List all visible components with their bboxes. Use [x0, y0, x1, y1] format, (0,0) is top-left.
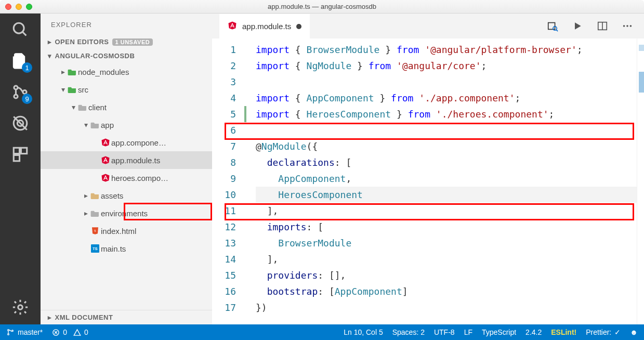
- file-icon: [100, 155, 111, 165]
- source-control-icon[interactable]: 9: [9, 81, 31, 103]
- svg-rect-15: [548, 23, 555, 30]
- tab-app-module[interactable]: app.module.ts: [219, 14, 310, 38]
- settings-gear-icon[interactable]: [9, 296, 31, 318]
- activity-bar: 1 9: [0, 14, 41, 324]
- file-icon: TS: [89, 244, 101, 253]
- file-icon: [100, 138, 111, 147]
- eol[interactable]: LF: [464, 328, 472, 336]
- tree-file[interactable]: app.module.ts: [41, 151, 212, 169]
- git-branch[interactable]: master*: [6, 328, 43, 336]
- svg-point-20: [623, 25, 625, 27]
- cursor-position[interactable]: Ln 10, Col 5: [344, 328, 383, 336]
- svg-point-23: [8, 330, 9, 331]
- svg-point-25: [12, 330, 14, 332]
- svg-text:TS: TS: [93, 246, 97, 251]
- svg-point-0: [14, 23, 24, 33]
- file-icon: [100, 173, 111, 182]
- file-icon: [89, 192, 101, 199]
- scm-badge: 9: [22, 94, 32, 104]
- tree-item-label: index.html: [101, 227, 136, 236]
- tree-folder[interactable]: ▸node_modules: [41, 63, 212, 81]
- file-icon: [67, 86, 78, 93]
- file-icon: 5: [89, 227, 101, 235]
- problems-errors[interactable]: 0 0: [52, 328, 88, 336]
- editor-tabs: app.module.ts: [212, 14, 644, 38]
- prettier-status[interactable]: Prettier:✓: [586, 328, 621, 336]
- tree-item-label: node_modules: [78, 68, 129, 76]
- explorer-badge: 1: [22, 62, 32, 73]
- file-icon: [77, 103, 88, 111]
- svg-point-24: [8, 334, 9, 335]
- window-titlebar: app.module.ts — angular-cosmosdb: [0, 0, 644, 14]
- file-icon: [89, 121, 101, 128]
- tree-file[interactable]: app.compone…: [41, 134, 212, 151]
- chevron-right-icon: ▸: [48, 313, 52, 321]
- unsaved-badge: 1 UNSAVED: [112, 38, 153, 46]
- dirty-indicator: [296, 24, 301, 29]
- file-icon: [67, 68, 78, 75]
- file-icon: [89, 210, 101, 217]
- split-editor-icon[interactable]: [595, 19, 610, 33]
- tree-item-label: app.module.ts: [111, 156, 160, 165]
- tree-item-label: client: [88, 103, 107, 112]
- window-title: app.module.ts — angular-cosmosdb: [0, 3, 644, 10]
- tree-item-label: environments: [101, 209, 148, 218]
- tree-file[interactable]: 5index.html: [41, 222, 212, 240]
- ts-version[interactable]: 2.4.2: [525, 328, 542, 336]
- more-actions-icon[interactable]: [620, 19, 635, 33]
- explorer-sidebar: EXPLORER ▸ OPEN EDITORS 1 UNSAVED ▾ ANGU…: [41, 14, 212, 324]
- indentation[interactable]: Spaces: 2: [392, 328, 425, 336]
- code-content[interactable]: import { BrowserModule } from '@angular/…: [244, 38, 637, 324]
- tree-folder[interactable]: ▾src: [41, 81, 212, 98]
- file-tree: ▸node_modules▾src▾client▾appapp.compone……: [41, 63, 212, 310]
- debug-icon[interactable]: [9, 112, 31, 134]
- explorer-icon[interactable]: 1: [9, 50, 31, 72]
- xml-document-header[interactable]: ▸ XML DOCUMENT: [41, 310, 212, 324]
- tree-item-label: app.compone…: [111, 138, 166, 147]
- extensions-icon[interactable]: [9, 143, 31, 165]
- status-bar: master* 0 0 Ln 10, Col 5 Spaces: 2 UTF-8…: [0, 324, 644, 340]
- svg-point-3: [14, 95, 18, 98]
- maximize-button[interactable]: [26, 4, 32, 10]
- encoding[interactable]: UTF-8: [434, 328, 455, 336]
- line-number-gutter: 1234567891011121314151617: [212, 38, 244, 324]
- tree-item-label: app: [101, 121, 114, 129]
- svg-line-17: [556, 30, 558, 31]
- close-button[interactable]: [5, 4, 11, 10]
- svg-point-21: [626, 25, 628, 27]
- twisty-icon: ▾: [70, 103, 77, 111]
- tree-file[interactable]: TSmain.ts: [41, 240, 212, 257]
- minimap[interactable]: [637, 38, 644, 324]
- tree-folder[interactable]: ▸assets: [41, 187, 212, 204]
- minimize-button[interactable]: [16, 4, 22, 10]
- sidebar-title: EXPLORER: [41, 14, 212, 35]
- code-editor[interactable]: 1234567891011121314151617 import { Brows…: [212, 38, 644, 324]
- tree-file[interactable]: heroes.compo…: [41, 169, 212, 187]
- twisty-icon: ▸: [59, 68, 67, 76]
- angular-icon: [228, 21, 237, 32]
- tree-item-label: assets: [101, 191, 123, 200]
- language-mode[interactable]: TypeScript: [482, 328, 516, 336]
- chevron-right-icon: ▸: [48, 38, 52, 46]
- chevron-down-icon: ▾: [48, 52, 52, 60]
- tree-folder[interactable]: ▾app: [41, 116, 212, 134]
- svg-point-11: [18, 305, 23, 310]
- project-label: ANGULAR-COSMOSDB: [55, 52, 135, 60]
- search-icon[interactable]: [9, 19, 31, 41]
- tree-item-label: heroes.compo…: [111, 174, 168, 182]
- editor-group: app.module.ts 1234567891011121314151617 …: [212, 14, 644, 324]
- open-editors-label: OPEN EDITORS: [55, 38, 109, 46]
- tree-folder[interactable]: ▸environments: [41, 204, 212, 222]
- project-header[interactable]: ▾ ANGULAR-COSMOSDB: [41, 49, 212, 63]
- svg-rect-8: [14, 148, 19, 153]
- svg-line-1: [22, 32, 26, 35]
- open-editors-header[interactable]: ▸ OPEN EDITORS 1 UNSAVED: [41, 35, 212, 49]
- open-preview-icon[interactable]: [545, 19, 560, 33]
- feedback-smiley-icon[interactable]: ☻: [630, 328, 638, 336]
- xml-document-label: XML DOCUMENT: [55, 313, 113, 321]
- run-icon[interactable]: [570, 19, 585, 33]
- tree-folder[interactable]: ▾client: [41, 98, 212, 116]
- eslint-status[interactable]: ESLint!: [551, 328, 576, 336]
- tree-item-label: src: [78, 85, 88, 94]
- twisty-icon: ▸: [82, 209, 89, 217]
